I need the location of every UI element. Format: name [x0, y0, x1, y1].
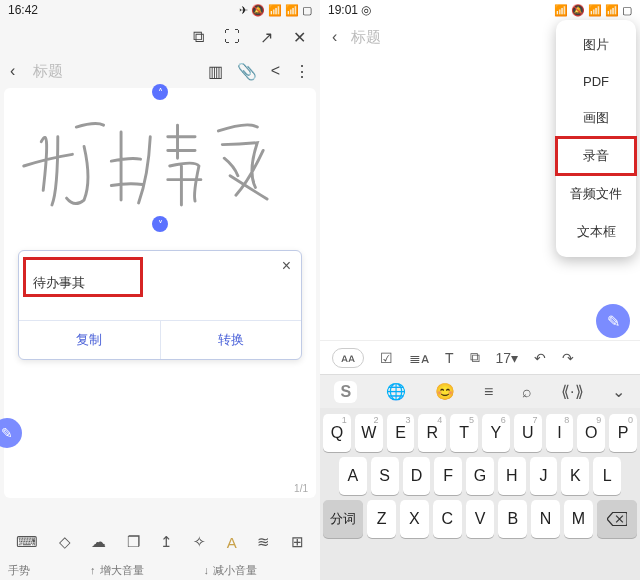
key-z[interactable]: Z — [367, 500, 396, 538]
recognition-card: 待办事其 × 复制 转换 — [18, 250, 302, 360]
reader-panel-icon[interactable]: ▥ — [208, 62, 223, 81]
close-icon[interactable]: ✕ — [293, 28, 306, 47]
key-o[interactable]: 9O — [577, 414, 605, 452]
flow-icon[interactable]: ≋ — [257, 533, 270, 551]
cloud-icon[interactable]: ☁ — [91, 533, 106, 551]
insert-block-icon[interactable]: ⧉ — [470, 349, 480, 366]
crop-icon[interactable]: ⧉ — [193, 28, 204, 46]
pen-fab[interactable]: ✎ — [0, 418, 22, 448]
menu-item-audio-file[interactable]: 音频文件 — [556, 175, 636, 213]
menu-item-audio-record[interactable]: 录音 — [556, 137, 636, 175]
gesture-hints: 手势 ↑ 增大音量 ↓ 减小音量 — [0, 560, 320, 580]
key-p[interactable]: 0P — [609, 414, 637, 452]
status-icons: 📶🔕📶📶▢ — [554, 4, 632, 17]
grid-icon[interactable]: ⊞ — [291, 533, 304, 551]
menu-icon[interactable]: ≡ — [484, 383, 493, 401]
key-f[interactable]: F — [434, 457, 462, 495]
pen-fab[interactable]: ✎ — [596, 304, 630, 338]
format-toolbar: ᴀᴀ ☑ ≣ᴀ T ⧉ 17▾ ↶ ↷ — [320, 340, 640, 374]
key-x[interactable]: X — [400, 500, 429, 538]
pen-style-icon[interactable]: A — [227, 534, 237, 551]
key-b[interactable]: B — [498, 500, 527, 538]
selection-handle-bottom[interactable]: ˅ — [152, 216, 168, 232]
eraser-icon[interactable]: ◇ — [59, 533, 71, 551]
key-h[interactable]: H — [498, 457, 526, 495]
weibo-icon: ◎ — [361, 3, 371, 17]
kbd-row-1: 1Q2W3E4R5T6Y7U8I9O0P — [323, 414, 637, 452]
open-external-icon[interactable]: ↗ — [260, 28, 273, 47]
ime-suggestion-bar: S 🌐 😊 ≡ ⌕ ⟪∙⟫ ⌄ — [320, 374, 640, 408]
globe-icon[interactable]: 🌐 — [386, 382, 406, 401]
text-style-icon[interactable]: ≣ᴀ — [409, 350, 429, 366]
menu-item-drawing[interactable]: 画图 — [556, 99, 636, 137]
status-icons: ✈🔕📶📶▢ — [239, 4, 312, 17]
key-k[interactable]: K — [561, 457, 589, 495]
recognition-close-icon[interactable]: × — [282, 257, 291, 275]
menu-item-image[interactable]: 图片 — [556, 26, 636, 64]
key-t[interactable]: 5T — [450, 414, 478, 452]
key-j[interactable]: J — [530, 457, 558, 495]
font-pill[interactable]: ᴀᴀ — [332, 348, 364, 368]
wand-icon[interactable]: ✧ — [193, 533, 206, 551]
title-placeholder[interactable]: 标题 — [351, 28, 381, 47]
handwriting-canvas[interactable]: ˄ ˅ 待办事其 × 复制 转换 — [4, 88, 316, 498]
key-a[interactable]: A — [339, 457, 367, 495]
key-backspace[interactable] — [597, 500, 637, 538]
layers-icon[interactable]: ❐ — [127, 533, 140, 551]
title-placeholder[interactable]: 标题 — [33, 62, 63, 81]
kbd-row-3: 分词ZXCVBNM — [323, 500, 637, 538]
copy-button[interactable]: 复制 — [19, 321, 160, 359]
key-y[interactable]: 6Y — [482, 414, 510, 452]
share-icon[interactable]: < — [271, 62, 280, 80]
search-icon[interactable]: ⌕ — [522, 383, 532, 401]
key-m[interactable]: M — [564, 500, 593, 538]
key-d[interactable]: D — [403, 457, 431, 495]
back-button[interactable]: ‹ — [332, 28, 337, 46]
more-icon[interactable]: ⋮ — [294, 62, 310, 81]
convert-button[interactable]: 转换 — [160, 321, 302, 359]
ime-logo[interactable]: S — [334, 381, 357, 403]
back-button[interactable]: ‹ — [10, 62, 15, 80]
status-bar: 16:42 ✈🔕📶📶▢ — [0, 0, 320, 20]
note-header: ‹ 标题 ▥ 📎 < ⋮ — [0, 54, 320, 88]
keyboard-icon[interactable]: ⌨ — [16, 533, 38, 551]
checklist-icon[interactable]: ☑ — [380, 350, 393, 366]
key-s[interactable]: S — [371, 457, 399, 495]
key-w[interactable]: 2W — [355, 414, 383, 452]
undo-icon[interactable]: ↶ — [534, 350, 546, 366]
key-u[interactable]: 7U — [514, 414, 542, 452]
window-controls: ⧉ ⛶ ↗ ✕ — [0, 20, 320, 54]
key-c[interactable]: C — [433, 500, 462, 538]
text-format-icon[interactable]: T — [445, 350, 454, 366]
key-n[interactable]: N — [531, 500, 560, 538]
highlight-rect — [23, 257, 143, 297]
redo-icon[interactable]: ↷ — [562, 350, 574, 366]
menu-item-pdf[interactable]: PDF — [556, 64, 636, 99]
key-i[interactable]: 8I — [546, 414, 574, 452]
page-counter: 1/1 — [294, 483, 308, 494]
collapse-icon[interactable]: ⌄ — [612, 382, 625, 401]
key-r[interactable]: 4R — [418, 414, 446, 452]
status-time: 16:42 — [8, 3, 38, 17]
attach-icon[interactable]: 📎 — [237, 62, 257, 81]
kbd-row-2: ASDFGHJKL — [323, 457, 637, 495]
key-l[interactable]: L — [593, 457, 621, 495]
gesture-label: 手势 — [8, 563, 30, 578]
key-e[interactable]: 3E — [387, 414, 415, 452]
status-bar: 19:01 ◎ 📶🔕📶📶▢ — [320, 0, 640, 20]
key-q[interactable]: 1Q — [323, 414, 351, 452]
menu-item-textbox[interactable]: 文本框 — [556, 213, 636, 251]
emoji-icon[interactable]: 😊 — [435, 382, 455, 401]
handwriting-strokes — [14, 106, 306, 226]
selection-handle-top[interactable]: ˄ — [152, 84, 168, 100]
insert-menu: 图片 PDF 画图 录音 音频文件 文本框 — [556, 20, 636, 257]
font-size-dropdown[interactable]: 17▾ — [496, 350, 519, 366]
keyboard: 1Q2W3E4R5T6Y7U8I9O0P ASDFGHJKL 分词ZXCVBNM — [320, 408, 640, 580]
key-v[interactable]: V — [466, 500, 495, 538]
key-g[interactable]: G — [466, 457, 494, 495]
align-icon[interactable]: ↥ — [160, 533, 173, 551]
voice-icon[interactable]: ⟪∙⟫ — [561, 382, 583, 401]
key-segment[interactable]: 分词 — [323, 500, 363, 538]
status-time: 19:01 — [328, 3, 358, 17]
expand-icon[interactable]: ⛶ — [224, 28, 240, 46]
